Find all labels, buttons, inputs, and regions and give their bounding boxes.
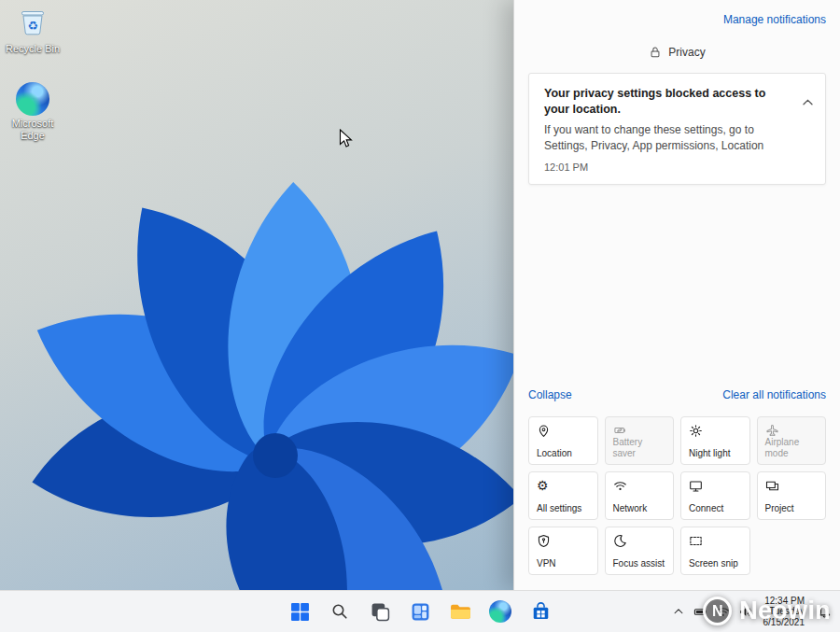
collapse-link[interactable]: Collapse — [528, 388, 572, 401]
tile-label: Network — [613, 503, 668, 514]
shield-icon — [537, 534, 551, 548]
tile-label: Focus assist — [613, 558, 668, 569]
location-pin-icon — [537, 424, 551, 438]
taskbar-center-icons — [282, 591, 558, 632]
show-hidden-icons-button[interactable] — [669, 597, 688, 625]
volume-icon — [738, 605, 752, 619]
task-view-button[interactable] — [362, 594, 398, 629]
notifications-button[interactable] — [815, 597, 834, 625]
quick-action-airplane-mode[interactable]: Airplane mode — [757, 416, 827, 465]
tile-label: Project — [765, 503, 820, 514]
network-icon — [716, 605, 730, 619]
quick-action-location[interactable]: Location — [528, 416, 598, 465]
store-bag-icon — [531, 602, 551, 622]
notification-group-header: Privacy — [528, 46, 826, 59]
manage-notifications-link[interactable]: Manage notifications — [723, 13, 826, 26]
privacy-notification-card[interactable]: Your privacy settings blocked access to … — [528, 73, 826, 185]
quick-action-screen-snip[interactable]: Screen snip — [680, 527, 750, 575]
quick-action-vpn[interactable]: VPN — [528, 527, 598, 575]
quick-action-network[interactable]: Network — [605, 471, 675, 520]
notification-group-title: Privacy — [668, 46, 705, 59]
edge-logo-icon — [16, 82, 49, 116]
widgets-icon — [411, 602, 430, 622]
desktop-icon-label: Microsoft Edge — [0, 118, 65, 141]
privacy-app-icon — [649, 46, 662, 59]
start-button[interactable] — [282, 594, 317, 629]
airplane-icon — [765, 424, 779, 437]
edge-logo-icon — [489, 600, 511, 623]
windows-11-desktop: ♻ Recycle Bin Microsoft Edge Manage noti… — [0, 0, 840, 632]
quick-action-connect[interactable]: Connect — [680, 471, 750, 520]
volume-tray-button[interactable] — [735, 597, 755, 625]
tile-label: Location — [537, 448, 592, 459]
snip-icon — [689, 534, 703, 548]
tile-label: All settings — [537, 503, 592, 514]
desktop-icon-recycle-bin[interactable]: ♻ Recycle Bin — [0, 6, 65, 55]
svg-text:♻: ♻ — [27, 19, 38, 33]
bloom-wallpaper — [0, 0, 513, 590]
tile-label: Connect — [689, 503, 744, 514]
chevron-up-icon — [672, 605, 685, 618]
monitor-icon — [689, 479, 703, 493]
battery-leaf-icon — [613, 424, 627, 437]
notification-timestamp: 12:01 PM — [544, 162, 786, 173]
quick-action-night-light[interactable]: Night light — [680, 416, 750, 465]
taskbar-clock[interactable]: 12:34 PM Tuesday 6/15/2021 — [763, 596, 805, 628]
windows-logo-icon — [290, 602, 310, 622]
action-center-panel: Manage notifications Privacy Your privac… — [513, 0, 840, 590]
tile-label: VPN — [537, 558, 592, 569]
quick-action-battery-saver[interactable]: Battery saver — [605, 416, 675, 465]
microsoft-edge-button[interactable] — [483, 594, 518, 629]
notification-body: If you want to change these settings, go… — [544, 122, 786, 154]
quick-actions-grid: Location Battery saver Night light — [528, 416, 826, 575]
collapse-notification-chevron-icon[interactable] — [803, 92, 813, 109]
task-view-icon — [371, 602, 390, 622]
recycle-bin-icon: ♻ — [17, 6, 49, 41]
file-explorer-button[interactable] — [442, 594, 478, 629]
clock-day: Tuesday — [763, 606, 805, 617]
dual-screen-icon — [765, 479, 779, 493]
battery-tray-button[interactable] — [691, 597, 710, 625]
moon-icon — [613, 534, 627, 548]
sun-icon — [689, 424, 703, 438]
search-button[interactable] — [322, 594, 357, 629]
tile-label: Screen snip — [689, 558, 744, 569]
network-tray-button[interactable] — [713, 597, 733, 625]
widgets-button[interactable] — [402, 594, 438, 629]
clear-all-notifications-link[interactable]: Clear all notifications — [722, 388, 826, 401]
desktop-icon-microsoft-edge[interactable]: Microsoft Edge — [0, 82, 65, 141]
notification-title: Your privacy settings blocked access to … — [544, 86, 786, 118]
folder-icon — [450, 602, 471, 621]
tile-label: Battery saver — [613, 437, 668, 458]
wifi-icon — [613, 479, 627, 493]
quick-action-focus-assist[interactable]: Focus assist — [605, 527, 675, 575]
taskbar-system-tray: 12:34 PM Tuesday 6/15/2021 — [669, 591, 835, 632]
taskbar: 12:34 PM Tuesday 6/15/2021 — [0, 590, 840, 632]
quick-action-all-settings[interactable]: ⚙ All settings — [528, 471, 598, 520]
tile-label: Night light — [689, 448, 744, 459]
tile-label: Airplane mode — [765, 437, 820, 458]
gear-icon: ⚙ — [537, 479, 592, 493]
quick-action-project[interactable]: Project — [757, 471, 827, 520]
microsoft-store-button[interactable] — [523, 594, 558, 629]
clock-time: 12:34 PM — [763, 596, 805, 607]
clock-date: 6/15/2021 — [763, 617, 805, 628]
desktop-icon-label: Recycle Bin — [6, 43, 60, 55]
notification-bell-icon — [818, 605, 832, 619]
search-icon — [330, 602, 349, 621]
battery-icon — [693, 605, 707, 619]
